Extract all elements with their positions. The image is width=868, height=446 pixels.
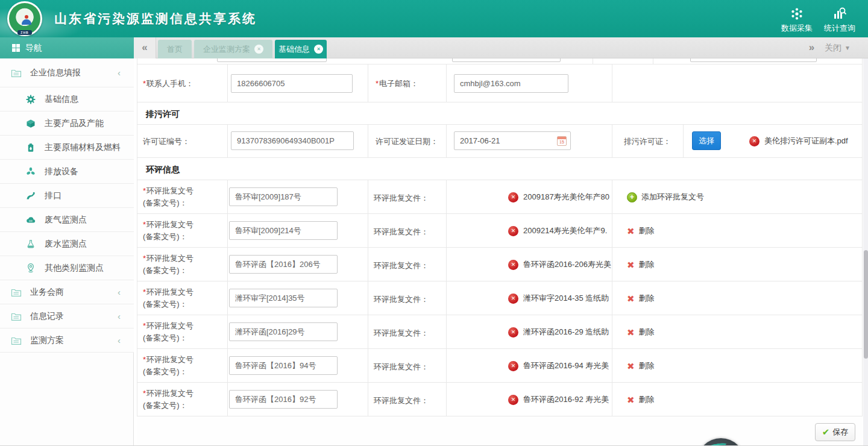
- sidebar-item-label: 其他类别监测点: [45, 263, 104, 274]
- sidebar-group-enterprise-info[interactable]: 企业信息填报 ‹: [0, 58, 134, 87]
- section-title: 环评信息: [146, 165, 180, 175]
- tabs-scroll-right-button[interactable]: »: [800, 37, 823, 58]
- eia-file-label: 环评批复文件：: [374, 294, 429, 305]
- phone-input[interactable]: [231, 74, 353, 93]
- eia-file-label: 环评批复文件：: [374, 395, 429, 406]
- tab-enterprise-monitor-plan[interactable]: 企业监测方案 ✕: [194, 40, 272, 58]
- email-input[interactable]: [454, 74, 568, 93]
- delete-label: 删除: [639, 360, 655, 371]
- delete-row-button[interactable]: ✖ 删除: [627, 394, 655, 405]
- map-pin-icon: [25, 263, 36, 273]
- file-name[interactable]: 美伦排污许可证副本.pdf: [764, 136, 848, 146]
- partial-input[interactable]: [217, 58, 327, 62]
- partial-input[interactable]: [690, 58, 817, 62]
- chevron-left-icon: ‹: [118, 287, 121, 297]
- sidebar-item-label: 废水监测点: [45, 239, 87, 250]
- eia-table-row: *环评批复文号 (备案文号)： 环评批复文件： ✕ 鲁环评函2016-92 寿光…: [137, 383, 863, 416]
- file-name[interactable]: 鲁环评函2016-92 寿光美: [523, 394, 609, 405]
- eia-doc-no-input[interactable]: [229, 289, 338, 307]
- tab-basic-info[interactable]: 基础信息 ✕: [275, 40, 327, 58]
- sidebar-group-monitor-plan[interactable]: 监测方案 ‹: [0, 328, 134, 353]
- eia-doc-no-label-line2: (备案文号)：: [143, 265, 187, 276]
- permit-file-link[interactable]: ✕ 美伦排污许可证副本.pdf: [749, 136, 848, 146]
- file-name[interactable]: 潍环评函2016-29 造纸助: [523, 327, 609, 338]
- calendar-icon[interactable]: 15: [557, 136, 567, 146]
- save-button[interactable]: ✔ 保存: [815, 423, 855, 441]
- remove-file-icon[interactable]: ✕: [508, 294, 518, 304]
- delete-cross-icon: ✖: [627, 362, 635, 371]
- eia-doc-no-label-line1: *环评批复文号: [143, 321, 193, 331]
- delete-cross-icon: ✖: [627, 395, 635, 404]
- file-name[interactable]: 潍环审字2014-35 造纸助: [523, 293, 609, 304]
- delete-row-button[interactable]: ✖ 删除: [627, 225, 655, 236]
- license-no-input[interactable]: [231, 131, 354, 150]
- partial-input[interactable]: [452, 58, 561, 62]
- sidebar-item-emission-equipment[interactable]: 排放设备: [0, 160, 134, 184]
- app-logo: ZHB: [7, 1, 42, 36]
- choose-file-button[interactable]: 选择: [692, 131, 721, 150]
- delete-row-button[interactable]: ✖ 删除: [627, 327, 655, 338]
- file-name[interactable]: 2009214寿光美伦年产9.: [523, 225, 607, 236]
- eia-doc-no-input[interactable]: [229, 356, 338, 375]
- eia-file-link[interactable]: ✕ 潍环审字2014-35 造纸助: [508, 293, 609, 304]
- delete-row-button[interactable]: ✖ 删除: [627, 259, 655, 270]
- eia-file-link[interactable]: ✕ 2009214寿光美伦年产9.: [508, 225, 607, 236]
- eia-file-label: 环评批复文件：: [374, 260, 429, 271]
- sidebar-item-raw-materials-fuel[interactable]: 主要原辅材料及燃料: [0, 136, 134, 160]
- header-action-data-collect[interactable]: 数据采集: [777, 5, 817, 34]
- scrollbar-thumb[interactable]: [864, 250, 868, 359]
- tab-home[interactable]: 首页: [158, 40, 192, 58]
- flask-icon: [25, 239, 36, 249]
- remove-file-icon[interactable]: ✕: [508, 327, 518, 338]
- eia-doc-no-input[interactable]: [229, 255, 338, 274]
- tabs-scroll-left-button[interactable]: «: [134, 37, 156, 58]
- sidebar-item-waste-gas-points[interactable]: co 废气监测点: [0, 208, 134, 232]
- remove-file-icon[interactable]: ✕: [508, 395, 518, 405]
- sidebar-item-other-monitor-points[interactable]: 其他类别监测点: [0, 256, 134, 280]
- delete-row-button[interactable]: ✖ 删除: [627, 293, 655, 304]
- eia-doc-no-input[interactable]: [229, 187, 338, 206]
- eia-table-row: *环评批复文号 (备案文号)： 环评批复文件： ✕ 潍环评函2016-29 造纸…: [137, 315, 863, 349]
- eia-file-link[interactable]: ✕ 鲁环评函2016-94 寿光美: [508, 360, 609, 371]
- remove-file-icon[interactable]: ✕: [508, 260, 518, 270]
- sidebar-item-basic-info[interactable]: 基础信息: [0, 87, 134, 111]
- sidebar-item-products-capacity[interactable]: 主要产品及产能: [0, 111, 134, 136]
- delete-row-button[interactable]: ✖ 删除: [627, 360, 655, 371]
- remove-file-icon[interactable]: ✕: [508, 226, 518, 236]
- eia-doc-no-input[interactable]: [229, 221, 338, 240]
- file-name[interactable]: 鲁环评函2016-94 寿光美: [523, 360, 609, 371]
- sidebar-item-outlets[interactable]: 排口: [0, 184, 134, 208]
- eia-doc-no-label-line2: (备案文号)：: [143, 400, 187, 411]
- sidebar-group-info-records[interactable]: 信息记录 ‹: [0, 304, 134, 328]
- sidebar-nav: 企业信息填报 ‹ 基础信息 主要产品及产能 主要原辅材料及燃料 排放: [0, 58, 134, 446]
- chevron-left-icon: ‹: [118, 335, 121, 345]
- file-name[interactable]: 鲁环评函2016-206寿光美: [523, 259, 611, 270]
- file-name[interactable]: 2009187寿光美伦年产80: [523, 192, 609, 203]
- eia-doc-no-label-line2: (备案文号)：: [143, 231, 187, 242]
- tab-close-icon[interactable]: ✕: [254, 45, 263, 54]
- eia-file-link[interactable]: ✕ 鲁环评函2016-92 寿光美: [508, 394, 609, 405]
- sidebar-group-business-consult[interactable]: 业务会商 ‹: [0, 280, 134, 304]
- eia-file-link[interactable]: ✕ 鲁环评函2016-206寿光美: [508, 259, 611, 270]
- close-tabs-menu[interactable]: 关闭 ▼: [825, 37, 851, 58]
- eia-doc-no-label-line1: *环评批复文号: [143, 354, 193, 365]
- form-row-permit: 许可证编号： 许可证发证日期： 2017-06-21 15 排污许可证： 选择 …: [137, 125, 863, 158]
- remove-file-icon[interactable]: ✕: [749, 136, 760, 146]
- issue-date-input[interactable]: 2017-06-21 15: [454, 131, 571, 150]
- folder-icon: [11, 312, 22, 321]
- delete-label: 删除: [639, 225, 655, 236]
- eia-file-link[interactable]: ✕ 潍环评函2016-29 造纸助: [508, 327, 609, 338]
- sidebar-item-waste-water-points[interactable]: 废水监测点: [0, 232, 134, 256]
- remove-file-icon[interactable]: ✕: [508, 192, 518, 203]
- header-action-label: 统计查询: [824, 23, 855, 34]
- remove-file-icon[interactable]: ✕: [508, 361, 518, 371]
- vertical-scrollbar[interactable]: [863, 58, 868, 446]
- header-action-stats-query[interactable]: 统计查询: [820, 5, 860, 34]
- eia-doc-no-input[interactable]: [229, 322, 338, 341]
- sidebar-item-label: 排放设备: [45, 166, 78, 177]
- eia-doc-no-input[interactable]: [229, 390, 338, 409]
- add-eia-doc-button[interactable]: + 添加环评批复文号: [627, 192, 704, 203]
- tab-close-icon[interactable]: ✕: [314, 45, 323, 54]
- nav-header[interactable]: 导航: [0, 37, 134, 58]
- eia-file-link[interactable]: ✕ 2009187寿光美伦年产80: [508, 192, 609, 203]
